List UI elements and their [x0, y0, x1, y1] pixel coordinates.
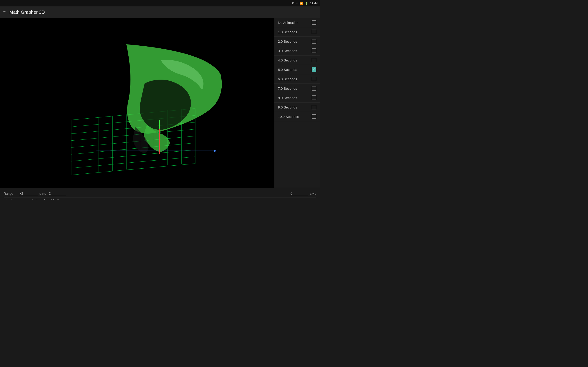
animation-item-4[interactable]: 4.0 Seconds: [274, 56, 320, 65]
top-bar: ≡ Math Grapher 3D: [0, 6, 320, 18]
animation-item-8[interactable]: 8.0 Seconds: [274, 93, 320, 102]
animation-item-0[interactable]: No Animation: [274, 18, 320, 27]
animation-label-2: 2.0 Seconds: [278, 40, 297, 43]
animation-label-3: 3.0 Seconds: [278, 49, 297, 53]
range-label: Range: [4, 192, 17, 195]
animation-label-7: 7.0 Seconds: [278, 86, 297, 90]
animation-item-2[interactable]: 2.0 Seconds: [274, 37, 320, 46]
animation-label-0: No Animation: [278, 21, 298, 25]
u-min-input[interactable]: [19, 191, 38, 196]
graph-svg: [0, 18, 274, 188]
animation-item-6[interactable]: 6.0 Seconds: [274, 74, 320, 84]
wifi-icon: ▾: [296, 2, 298, 5]
animation-checkbox-3[interactable]: [312, 48, 316, 53]
animation-item-5[interactable]: 5.0 Seconds: [274, 65, 320, 74]
animation-label-1: 1.0 Seconds: [278, 30, 297, 34]
animation-checkbox-2[interactable]: [312, 39, 316, 44]
formula-value-0: u * cos(2pi t + v) * v / (2pi): [22, 199, 316, 200]
func-name: cos: [27, 199, 32, 200]
animation-label-4: 4.0 Seconds: [278, 58, 297, 62]
animation-checkbox-8[interactable]: [312, 95, 316, 100]
formula-row-0: x(u, v) =u * cos(2pi t + v) * v / (2pi): [4, 198, 316, 200]
animation-label-10: 10.0 Seconds: [278, 115, 299, 119]
animation-checkbox-1[interactable]: [312, 30, 316, 34]
formula-rows: x(u, v) =u * cos(2pi t + v) * v / (2pi)y…: [4, 198, 316, 200]
animation-checkbox-6[interactable]: [312, 77, 316, 81]
animation-item-1[interactable]: 1.0 Seconds: [274, 27, 320, 37]
u-separator: ≤ u ≤: [40, 192, 46, 195]
animation-checkbox-4[interactable]: [312, 58, 316, 62]
main-layout: No Animation1.0 Seconds2.0 Seconds3.0 Se…: [0, 18, 320, 188]
range-row: Range ≤ u ≤ ≤ v ≤: [4, 190, 316, 198]
battery-icon: 🔋: [305, 2, 308, 5]
animation-checkbox-7[interactable]: [312, 86, 316, 91]
animation-item-9[interactable]: 9.0 Seconds: [274, 102, 320, 112]
hamburger-menu-icon[interactable]: ≡: [3, 10, 6, 15]
signal-icon: 📶: [300, 2, 303, 5]
v-separator: ≤ v ≤: [310, 192, 316, 195]
animation-item-10[interactable]: 10.0 Seconds: [274, 112, 320, 121]
graph-canvas: [0, 18, 274, 188]
clock: 12:44: [310, 2, 318, 5]
animation-label-6: 6.0 Seconds: [278, 77, 297, 81]
status-bar: ⊡ ▾ 📶 🔋 12:44: [0, 0, 320, 6]
animation-label-9: 9.0 Seconds: [278, 105, 297, 109]
app-title: Math Grapher 3D: [9, 10, 45, 15]
animation-checkbox-0[interactable]: [312, 20, 316, 25]
graph-view[interactable]: [0, 18, 274, 188]
animation-item-7[interactable]: 7.0 Seconds: [274, 84, 320, 93]
animation-checkbox-10[interactable]: [312, 114, 316, 119]
bottom-panel: Range ≤ u ≤ ≤ v ≤ x(u, v) =u * cos(2pi t…: [0, 188, 320, 200]
animation-item-3[interactable]: 3.0 Seconds: [274, 46, 320, 56]
u-max-input[interactable]: [48, 191, 66, 196]
side-panel: No Animation1.0 Seconds2.0 Seconds3.0 Se…: [274, 18, 320, 188]
animation-label-5: 5.0 Seconds: [278, 68, 297, 72]
animation-checkbox-5[interactable]: [312, 67, 316, 72]
screenshot-icon: ⊡: [292, 2, 294, 5]
v-min-input[interactable]: [290, 191, 308, 196]
formula-label-0: x(u, v) =: [4, 199, 22, 200]
svg-line-9: [71, 164, 195, 175]
animation-label-8: 8.0 Seconds: [278, 96, 297, 100]
animation-checkbox-9[interactable]: [312, 105, 316, 109]
